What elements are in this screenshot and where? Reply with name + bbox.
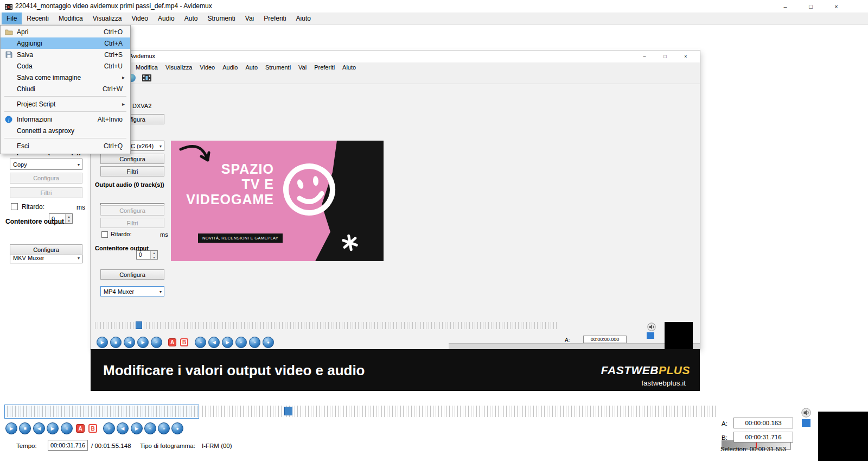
inner-ms-label: ms	[160, 231, 168, 238]
video-caption-band: Modificare i valori output video e audio…	[91, 349, 700, 391]
inner-back-icon: «	[235, 337, 247, 348]
prev-frame-button[interactable]: ◀	[33, 422, 45, 434]
menu-item-shortcut: Ctrl+S	[104, 51, 130, 59]
chevron-down-icon: ▾	[159, 289, 162, 294]
inner-stop-icon: ■	[110, 337, 122, 348]
menu-item-connetti-avsproxy[interactable]: Connetti a avsproxy	[1, 125, 130, 136]
muxer-value: MKV Muxer	[13, 255, 44, 261]
next-frame-button[interactable]: ▶	[47, 422, 59, 434]
info-icon: i	[1, 116, 17, 123]
menu-visualizza[interactable]: Visualizza	[88, 12, 127, 24]
menu-item-aggiungi[interactable]: Aggiungi Ctrl+A	[1, 37, 130, 49]
menu-preferiti[interactable]: Preferiti	[259, 12, 291, 24]
inner-prev-keyframe-icon: «	[151, 337, 162, 348]
container-output-header: Contenitore output	[5, 218, 64, 225]
ritardo-checkbox[interactable]	[11, 203, 18, 210]
inner-minimize-icon: –	[635, 50, 654, 62]
blue-marker	[802, 419, 810, 427]
menu-item-shortcut: Ctrl+U	[104, 62, 130, 70]
duration-label: / 00:01:55.148	[91, 443, 131, 449]
menu-strumenti[interactable]: Strumenti	[202, 12, 240, 24]
avidemux-window: 220414_montaggio video avidemux primi pa…	[0, 0, 868, 461]
inner-menu-visualizza: Visualizza	[162, 62, 196, 72]
inner-toolbar	[91, 72, 700, 84]
selection-label: Selection: 00:00:31.553	[720, 446, 786, 452]
inner-next-keyframe-icon: »	[195, 337, 206, 348]
inner-menu-vai: Vai	[295, 62, 310, 72]
maximize-button[interactable]: □	[798, 0, 824, 12]
menu-item-esci[interactable]: Esci Ctrl+Q	[1, 140, 130, 151]
spin-up-icon[interactable]: ▴	[66, 214, 72, 219]
menu-audio[interactable]: Audio	[153, 12, 180, 24]
next-cut-button[interactable]: ▶	[131, 422, 143, 434]
goto-button[interactable]: ●	[171, 422, 183, 434]
inner-preview-box	[665, 322, 693, 349]
inner-marker-b-icon: B	[180, 338, 188, 346]
inner-next-frame-icon: ▶	[137, 337, 149, 348]
prev-keyframe-button[interactable]: «	[61, 422, 73, 434]
menu-item-shortcut: Ctrl+Q	[104, 142, 130, 150]
b-timebox: 00:00:31.716	[733, 432, 793, 443]
stop-button[interactable]: ■	[19, 422, 31, 434]
play-button[interactable]: ▶	[5, 422, 17, 434]
menu-file[interactable]: File	[2, 12, 22, 24]
inner-prev-cut-icon: ◀	[208, 337, 220, 348]
thumbnail-title-line3: VIDEOGAME	[186, 192, 274, 207]
minimize-button[interactable]: –	[773, 0, 798, 12]
a-timebox: 00:00:00.163	[733, 418, 793, 428]
muxer-configura-button[interactable]: Configura	[10, 244, 82, 255]
menu-recenti[interactable]: Recenti	[22, 12, 54, 24]
inner-muxer-configura-button: Configura	[100, 269, 164, 280]
menu-item-salva[interactable]: Salva Ctrl+S	[1, 49, 130, 60]
menu-item-salva-come-immagine[interactable]: Salva come immagine ▸	[1, 72, 130, 83]
menu-item-apri[interactable]: Apri Ctrl+O	[1, 26, 130, 37]
inner-timeline	[95, 322, 559, 329]
menu-item-label: Chiudi	[17, 85, 103, 93]
menu-item-chiudi[interactable]: Chiudi Ctrl+W	[1, 83, 130, 94]
menu-modifica[interactable]: Modifica	[54, 12, 88, 24]
speaker-icon[interactable]	[801, 408, 811, 418]
menu-item-coda[interactable]: Coda Ctrl+U	[1, 60, 130, 72]
selection-region[interactable]	[4, 405, 199, 419]
menu-item-informazioni[interactable]: i Informazioni Alt+Invio	[1, 113, 130, 125]
spin-down-icon[interactable]: ▾	[66, 219, 72, 224]
window-title: 220414_montaggio video avidemux primi pa…	[15, 2, 212, 10]
frame-type-label: Tipo di fotogramma:	[140, 443, 195, 449]
back-button[interactable]: «	[144, 422, 156, 434]
menu-item-label: Aggiungi	[17, 40, 104, 47]
tempo-input[interactable]: 00:00:31.716	[48, 440, 88, 451]
inner-a-timebox: 00:00:00.000	[583, 336, 627, 343]
menu-video[interactable]: Video	[127, 12, 153, 24]
menu-separator	[4, 96, 126, 97]
inner-title-bar: Avidemux – □ ×	[91, 50, 700, 62]
submenu-arrow-icon: ▸	[122, 74, 130, 80]
menu-auto[interactable]: Auto	[180, 12, 203, 24]
a-label: A:	[722, 420, 727, 427]
inner-ritardo-value: 0	[139, 252, 142, 258]
audio-codec-select[interactable]: Copy ▾	[10, 159, 82, 170]
next-keyframe-button[interactable]: »	[103, 422, 115, 434]
menu-aiuto[interactable]: Aiuto	[291, 12, 316, 24]
brand-logo: FASTWEBPLUS	[601, 364, 690, 377]
forward-button[interactable]: »	[158, 422, 170, 434]
thumbnail-title: SPAZIO TV E VIDEOGAME	[186, 161, 274, 207]
inner-menu-strumenti: Strumenti	[261, 62, 295, 72]
marker-b-button[interactable]: B	[88, 424, 97, 433]
inner-muxer-select: MP4 Muxer ▾	[100, 286, 164, 296]
inner-speaker-icon	[647, 323, 656, 331]
menu-item-label: Coda	[17, 62, 104, 70]
marker-a-button[interactable]: A	[76, 424, 85, 433]
prev-cut-button[interactable]: ◀	[117, 422, 129, 434]
thumbnail-title-line1: SPAZIO	[186, 161, 274, 176]
inner-video-configura-button: Configura	[100, 154, 164, 164]
inner-audio-configura-button: Configura	[100, 205, 164, 216]
menu-item-label: Esci	[17, 142, 104, 150]
audio-filtri-button: Filtri	[10, 187, 82, 198]
menu-item-project-script[interactable]: Project Script ▸	[1, 98, 130, 110]
ritardo-spinner[interactable]: ▴ ▾	[65, 214, 72, 223]
close-button[interactable]: ×	[824, 0, 849, 12]
timeline-marker[interactable]	[284, 407, 292, 415]
inner-menu-auto: Auto	[241, 62, 261, 72]
inner-decoder-value: DXVA2	[132, 103, 151, 109]
menu-vai[interactable]: Vai	[240, 12, 259, 24]
